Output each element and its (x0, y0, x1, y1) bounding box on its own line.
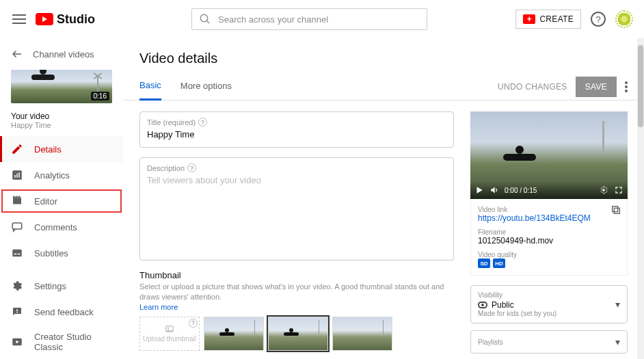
comment-icon (11, 221, 23, 233)
title-field[interactable]: Title (required)? (139, 111, 454, 148)
help-icon[interactable]: ? (189, 319, 198, 328)
camera-icon (523, 14, 535, 24)
svg-rect-12 (16, 309, 18, 311)
video-thumbnail[interactable]: 0:16 (11, 70, 112, 103)
thumbnail-option-3[interactable] (332, 317, 392, 351)
scrollbar[interactable] (637, 38, 644, 359)
undo-changes-button[interactable]: UNDO CHANGES (498, 82, 567, 92)
quality-label: Video quality (478, 251, 620, 258)
arrow-left-icon (11, 48, 23, 60)
svg-rect-6 (18, 172, 20, 178)
back-label: Channel videos (33, 49, 94, 59)
visibility-label: Visibility (478, 291, 615, 299)
create-label: CREATE (539, 14, 574, 24)
save-button[interactable]: SAVE (576, 77, 617, 97)
svg-rect-9 (14, 254, 17, 255)
thumbnail-option-2[interactable] (268, 317, 328, 351)
volume-icon[interactable] (489, 185, 499, 195)
player-time: 0:00 / 0:15 (505, 187, 537, 194)
chevron-down-icon: ▾ (615, 299, 620, 310)
chevron-down-icon: ▾ (615, 336, 620, 347)
sidebar-item-settings[interactable]: Settings (0, 273, 123, 299)
your-video-title: Happy Time (11, 121, 112, 129)
help-icon[interactable]: ? (187, 163, 196, 172)
sidebar-item-label: Details (34, 144, 62, 155)
svg-rect-5 (16, 174, 18, 178)
sidebar-item-label: Analytics (34, 170, 70, 181)
analytics-icon (11, 169, 23, 181)
sidebar-item-feedback[interactable]: Send feedback (0, 299, 123, 325)
video-preview[interactable]: 0:00 / 0:15 (470, 111, 628, 199)
sidebar-item-analytics[interactable]: Analytics (0, 162, 123, 188)
feedback-icon (11, 306, 23, 318)
search-input[interactable]: Search across your channel (191, 8, 427, 30)
search-icon (199, 13, 211, 25)
copy-icon[interactable] (611, 204, 621, 215)
visibility-sub: Made for kids (set by you) (478, 310, 615, 317)
sidebar-item-label: Creator Studio Classic (34, 332, 112, 352)
sidebar-item-classic[interactable]: Creator Studio Classic (0, 325, 123, 359)
thumbnail-sub: Select or upload a picture that shows wh… (139, 282, 454, 303)
sd-badge: SD (478, 258, 490, 268)
sidebar-item-details[interactable]: Details (0, 136, 123, 162)
studio-logo[interactable]: Studio (36, 12, 95, 27)
upload-thumbnail-label: Upload thumbnail (143, 335, 196, 343)
classic-icon (11, 336, 23, 348)
help-icon[interactable]: ? (591, 12, 606, 27)
menu-icon[interactable] (11, 11, 27, 27)
svg-rect-7 (12, 223, 22, 229)
svg-rect-8 (12, 250, 22, 257)
sidebar-item-editor[interactable]: Editor (0, 188, 123, 214)
svg-rect-21 (613, 207, 618, 212)
svg-line-1 (206, 21, 209, 23)
eye-icon (478, 302, 487, 308)
visibility-dropdown[interactable]: Visibility Public Made for kids (set by … (470, 285, 628, 323)
tab-basic[interactable]: Basic (139, 73, 161, 101)
title-input[interactable] (147, 129, 446, 139)
back-to-channel-videos[interactable]: Channel videos (0, 38, 123, 70)
search-placeholder: Search across your channel (218, 14, 328, 25)
svg-point-19 (602, 189, 605, 191)
filename-label: Filename (478, 228, 620, 236)
image-upload-icon (163, 324, 176, 334)
sidebar-item-subtitles[interactable]: Subtitles (0, 240, 123, 266)
video-link[interactable]: https://youtu.be/134BkEt4EQM (478, 213, 620, 223)
learn-more-link[interactable]: Learn more (139, 303, 454, 311)
description-label: Description (147, 164, 185, 172)
svg-point-0 (200, 14, 208, 22)
thumb-duration: 0:16 (91, 92, 109, 101)
svg-rect-20 (614, 208, 619, 213)
fullscreen-icon[interactable] (614, 185, 623, 195)
thumbnail-option-1[interactable] (204, 317, 264, 351)
sidebar-item-label: Comments (34, 222, 77, 232)
playlists-dropdown[interactable]: Playlists ▾ (470, 330, 628, 354)
playlists-label: Playlists (478, 338, 615, 346)
subtitles-icon (11, 247, 23, 259)
settings-icon[interactable] (599, 185, 608, 195)
more-actions-icon[interactable] (625, 81, 628, 92)
account-avatar[interactable] (615, 10, 633, 28)
description-input[interactable] (147, 175, 446, 250)
sidebar-item-label: Subtitles (34, 248, 68, 258)
upload-thumbnail-button[interactable]: Upload thumbnail ? (139, 317, 200, 351)
svg-point-17 (167, 328, 169, 329)
gear-icon (11, 280, 23, 292)
sidebar-item-label: Settings (34, 281, 66, 291)
thumbnail-heading: Thumbnail (139, 270, 454, 280)
clapperboard-icon (11, 195, 23, 207)
play-icon[interactable] (474, 185, 484, 195)
description-field[interactable]: Description? (139, 157, 454, 261)
svg-rect-4 (14, 175, 16, 178)
visibility-value: Public (492, 300, 514, 310)
tab-more-options[interactable]: More options (180, 74, 232, 99)
svg-rect-10 (18, 254, 21, 255)
sidebar-item-comments[interactable]: Comments (0, 214, 123, 240)
video-link-label: Video link (478, 206, 620, 213)
help-icon[interactable]: ? (198, 118, 207, 127)
pencil-icon (11, 143, 23, 155)
filename-value: 1012504949-hd.mov (478, 236, 620, 245)
sidebar-item-label: Editor (34, 196, 57, 207)
title-label: Title (required) (147, 118, 196, 127)
brand-text: Studio (57, 12, 95, 27)
create-button[interactable]: CREATE (515, 10, 581, 29)
